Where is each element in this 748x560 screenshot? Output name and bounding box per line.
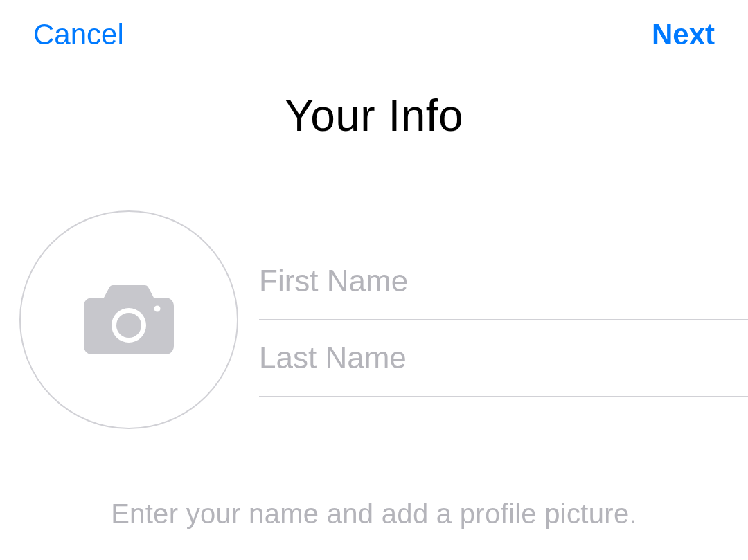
page-title: Your Info [0, 90, 748, 141]
last-name-row [259, 320, 748, 397]
name-fields [259, 243, 748, 397]
last-name-field[interactable] [259, 341, 748, 375]
add-photo-button[interactable] [19, 210, 238, 429]
cancel-button[interactable]: Cancel [33, 18, 124, 51]
camera-icon [84, 285, 174, 354]
hint-text: Enter your name and add a profile pictur… [0, 498, 748, 530]
first-name-row [259, 243, 748, 320]
svg-point-2 [116, 313, 141, 338]
next-button[interactable]: Next [652, 18, 715, 51]
first-name-field[interactable] [259, 264, 748, 298]
form-area [0, 210, 748, 429]
svg-point-3 [154, 306, 161, 312]
header: Cancel Next [0, 0, 748, 55]
